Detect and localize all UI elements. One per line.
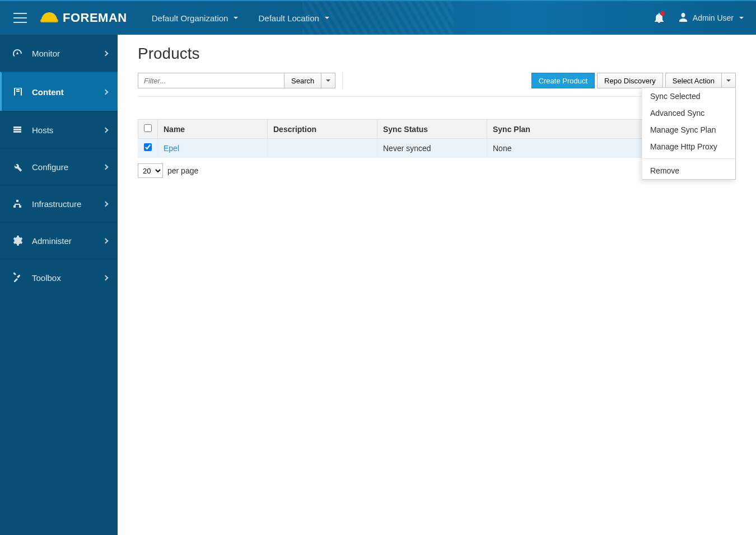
chevron-right-icon <box>103 89 109 95</box>
page-title: Products <box>138 45 736 63</box>
column-name[interactable]: Name <box>158 120 268 139</box>
user-menu[interactable]: Admin User <box>675 1 756 35</box>
hardhat-icon <box>40 11 58 25</box>
book-icon <box>12 87 23 97</box>
chevron-down-icon <box>739 17 744 19</box>
sidebar-item-label: Administer <box>32 236 72 246</box>
sidebar-item-label: Hosts <box>32 125 53 135</box>
chevron-right-icon <box>103 201 109 207</box>
dropdown-item-manage-sync-plan[interactable]: Manage Sync Plan <box>642 121 735 138</box>
chevron-right-icon <box>103 275 109 280</box>
product-name-link[interactable]: Epel <box>164 144 179 153</box>
server-icon <box>12 125 23 135</box>
divider <box>342 73 343 88</box>
top-header: FOREMAN Default Organization Default Loc… <box>0 0 756 35</box>
chevron-right-icon <box>103 164 109 170</box>
select-action-button[interactable]: Select Action <box>665 73 722 88</box>
notifications-button[interactable] <box>643 1 675 35</box>
chevron-right-icon <box>103 50 109 56</box>
chevron-right-icon <box>103 238 109 243</box>
sidebar-item-configure[interactable]: Configure <box>0 148 118 185</box>
sidebar-item-label: Monitor <box>32 49 60 58</box>
per-page-label: per page <box>167 166 198 175</box>
brand-name: FOREMAN <box>63 11 127 25</box>
user-icon <box>679 13 687 24</box>
tools-icon <box>12 273 23 283</box>
organization-selector[interactable]: Default Organization <box>142 1 249 35</box>
sidebar-item-hosts[interactable]: Hosts <box>0 111 118 148</box>
column-sync-status[interactable]: Sync Status <box>377 120 487 139</box>
sidebar-item-label: Infrastructure <box>32 199 81 209</box>
dropdown-item-remove[interactable]: Remove <box>642 162 735 179</box>
column-description[interactable]: Description <box>268 120 377 139</box>
hamburger-icon <box>13 17 27 18</box>
filter-input[interactable] <box>138 73 284 88</box>
dropdown-item-advanced-sync[interactable]: Advanced Sync <box>642 105 735 121</box>
select-action-caret-button[interactable] <box>721 73 736 88</box>
gear-icon <box>12 236 23 246</box>
dropdown-separator <box>642 158 735 159</box>
per-page-select[interactable]: 20 <box>138 163 163 178</box>
chevron-down-icon <box>234 17 238 19</box>
caret-down-icon <box>326 79 330 82</box>
sidebar-item-content[interactable]: Content <box>0 72 118 111</box>
menu-toggle-button[interactable] <box>0 1 40 35</box>
location-selector[interactable]: Default Location <box>248 1 339 35</box>
sidebar: Monitor Content Hosts Configure Infrastr… <box>0 35 118 535</box>
chevron-down-icon <box>325 17 329 19</box>
sidebar-item-label: Toolbox <box>32 273 61 283</box>
brand-logo[interactable]: FOREMAN <box>40 11 127 25</box>
organization-label: Default Organization <box>152 13 228 23</box>
product-sync-status: Never synced <box>377 139 487 158</box>
select-all-header <box>138 120 158 139</box>
create-product-button[interactable]: Create Product <box>531 73 595 88</box>
dropdown-item-sync-selected[interactable]: Sync Selected <box>642 88 735 105</box>
repo-discovery-button[interactable]: Repo Discovery <box>597 73 663 88</box>
select-action-dropdown: Sync Selected Advanced Sync Manage Sync … <box>642 87 736 180</box>
dropdown-item-manage-http-proxy[interactable]: Manage Http Proxy <box>642 138 735 155</box>
caret-down-icon <box>726 79 731 82</box>
sidebar-item-toolbox[interactable]: Toolbox <box>0 259 118 295</box>
row-checkbox[interactable] <box>144 143 152 151</box>
sidebar-item-infrastructure[interactable]: Infrastructure <box>0 185 118 222</box>
user-name: Admin User <box>693 13 734 22</box>
sidebar-item-label: Configure <box>32 162 68 172</box>
chevron-right-icon <box>103 127 109 133</box>
tachometer-icon <box>12 48 23 58</box>
search-options-button[interactable] <box>321 73 335 88</box>
network-icon <box>12 199 23 209</box>
search-button[interactable]: Search <box>284 73 321 88</box>
sidebar-item-administer[interactable]: Administer <box>0 222 118 259</box>
wrench-icon <box>12 162 23 172</box>
select-all-checkbox[interactable] <box>144 124 152 132</box>
notification-badge <box>660 11 665 16</box>
sidebar-item-label: Content <box>32 87 64 97</box>
product-description <box>268 139 377 158</box>
location-label: Default Location <box>258 13 319 23</box>
sidebar-item-monitor[interactable]: Monitor <box>0 35 118 72</box>
